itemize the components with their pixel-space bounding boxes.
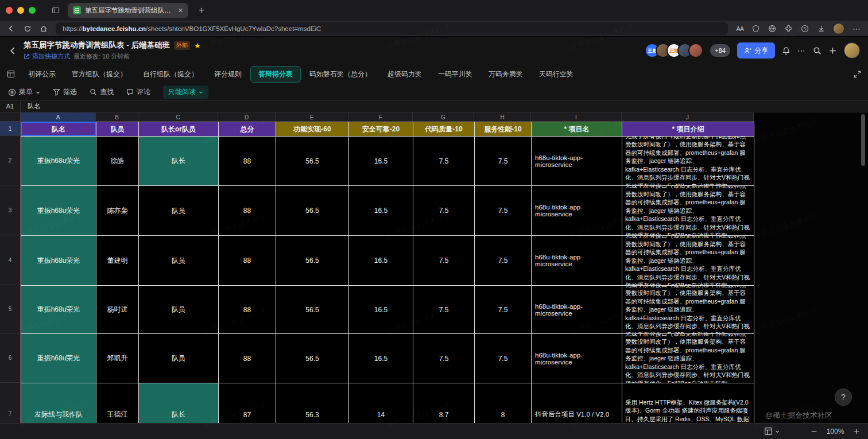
menu-button[interactable]: 菜单 <box>8 87 40 97</box>
cell-D2[interactable]: 88 <box>219 137 276 186</box>
zoom-level[interactable]: 100% <box>826 428 845 436</box>
browser-home-icon[interactable] <box>40 25 48 33</box>
cell-J2[interactable]: 完成了所有接口（最后更新的那个作品数和点赞数没时间改了），使用微服务架构、基于容… <box>622 137 754 186</box>
column-header-B[interactable]: B <box>96 112 138 122</box>
column-header-F[interactable]: F <box>348 112 413 122</box>
window-close-button[interactable] <box>6 7 13 14</box>
sheet-tab[interactable]: 自行组队（提交） <box>135 67 206 82</box>
cell-E1[interactable]: 功能实现-60 <box>276 122 349 137</box>
browser-back-icon[interactable] <box>7 24 16 33</box>
downloads-icon[interactable] <box>817 25 825 32</box>
browser-more-icon[interactable]: ⋯ <box>852 24 861 33</box>
extensions-icon[interactable] <box>785 25 792 32</box>
cell-G6[interactable]: 7.5 <box>413 334 475 383</box>
row-header-1[interactable]: 1 <box>0 122 21 136</box>
column-header-H[interactable]: H <box>474 112 531 122</box>
cell-A7[interactable]: 发际线与我作队 <box>21 383 96 423</box>
cell-F4[interactable]: 16.5 <box>349 236 413 286</box>
cell-E2[interactable]: 56.5 <box>276 137 349 186</box>
cell-I2[interactable]: h68u-tiktok-app-microservice <box>532 137 622 186</box>
sheet-tab[interactable]: 码如磐石奖（总分） <box>302 67 379 82</box>
url-input[interactable]: https://bytedance.feishu.cn/sheets/shtcn… <box>56 22 728 35</box>
vertical-scrollbar[interactable] <box>861 114 865 166</box>
cell-J5[interactable]: 完成了所有接口（最后更新的那个作品数和点赞数没时间改了），使用微服务架构、基于容… <box>622 286 754 334</box>
sheet-tab[interactable]: 超级码力奖 <box>380 67 429 82</box>
cell-E5[interactable]: 56.5 <box>276 286 349 334</box>
tab-close-icon[interactable]: ✕ <box>178 7 183 14</box>
cell-E4[interactable]: 56.5 <box>276 236 349 286</box>
comment-button[interactable]: 评论 <box>126 87 150 97</box>
cell-G7[interactable]: 8.7 <box>413 383 475 423</box>
create-new-icon[interactable] <box>828 46 837 55</box>
cell-H6[interactable]: 7.5 <box>475 334 532 383</box>
window-minimize-button[interactable] <box>17 7 24 14</box>
cell-I4[interactable]: h68u-tiktok-app-microservice <box>532 236 622 286</box>
row-header-6[interactable]: 6 <box>0 333 21 383</box>
cell-B6[interactable]: 郑凯升 <box>96 334 139 383</box>
doc-back-icon[interactable] <box>8 46 18 56</box>
cell-D3[interactable]: 88 <box>219 186 276 236</box>
cell-F2[interactable]: 16.5 <box>349 137 413 186</box>
cell-J7[interactable]: 采用 Hertz HTTP框架、Kitex 微服务架构(V2.0版本)、Gorm… <box>622 383 754 423</box>
collaborator-avatar[interactable] <box>688 43 703 58</box>
cell-C5[interactable]: 队员 <box>139 286 219 334</box>
sheet-view-switcher[interactable] <box>764 427 780 436</box>
cell-D7[interactable]: 87 <box>219 383 276 423</box>
cell-D4[interactable]: 88 <box>219 236 276 286</box>
column-header-A[interactable]: A <box>21 112 96 122</box>
row-header-2[interactable]: 2 <box>0 136 21 185</box>
sheet-tab[interactable]: 初评公示 <box>21 67 63 82</box>
window-zoom-button[interactable] <box>29 7 36 14</box>
text-size-icon[interactable]: AA <box>736 25 743 32</box>
cell-B4[interactable]: 董建明 <box>96 236 139 286</box>
name-box[interactable]: A1 <box>0 101 21 112</box>
browser-reload-icon[interactable] <box>24 25 32 33</box>
cell-B5[interactable]: 杨时进 <box>96 286 139 334</box>
cell-D5[interactable]: 88 <box>219 286 276 334</box>
browser-profile-avatar[interactable] <box>834 24 844 34</box>
cell-C2[interactable]: 队长 <box>139 137 219 186</box>
zoom-out-button[interactable] <box>811 428 817 435</box>
sheet-tab-active[interactable]: 答辩得分表 <box>250 66 301 83</box>
cell-C7[interactable]: 队长 <box>139 383 219 423</box>
cell-F5[interactable]: 16.5 <box>349 286 413 334</box>
star-icon[interactable]: ★ <box>194 41 201 50</box>
formula-input[interactable]: 队名 <box>21 102 40 111</box>
cell-I1[interactable]: * 项目名 <box>532 122 622 137</box>
cell-G2[interactable]: 7.5 <box>413 137 475 186</box>
cell-A3[interactable]: 重振h68u荣光 <box>21 186 96 236</box>
cell-B2[interactable]: 徐皓 <box>96 137 139 186</box>
cell-H4[interactable]: 7.5 <box>475 236 532 286</box>
cell-A5[interactable]: 重振h68u荣光 <box>21 286 96 334</box>
filter-button[interactable]: 筛选 <box>53 87 77 97</box>
cell-C3[interactable]: 队员 <box>139 186 219 236</box>
cell-I3[interactable]: h68u-tiktok-app-microservice <box>532 186 622 236</box>
cell-E6[interactable]: 56.5 <box>276 334 349 383</box>
new-tab-button[interactable]: + <box>199 5 204 16</box>
all-sheets-icon[interactable] <box>7 70 15 78</box>
cell-A6[interactable]: 重振h68u荣光 <box>21 334 96 383</box>
fullscreen-icon[interactable] <box>854 71 861 78</box>
zoom-in-button[interactable] <box>853 428 860 435</box>
cell-A4[interactable]: 重振h68u荣光 <box>21 236 96 286</box>
cell-F1[interactable]: 安全可靠-20 <box>349 122 413 137</box>
sheet-tab[interactable]: 官方组队（提交） <box>64 67 134 82</box>
history-icon[interactable] <box>801 25 809 33</box>
cell-G1[interactable]: 代码质量-10 <box>413 122 475 137</box>
doc-more-icon[interactable]: ⋯ <box>797 46 806 55</box>
cell-D6[interactable]: 88 <box>219 334 276 383</box>
cell-H2[interactable]: 7.5 <box>475 137 532 186</box>
cell-J6[interactable]: 完成了所有接口（最后更新的那个作品数和点赞数没时间改了），使用微服务架构、基于容… <box>622 334 754 383</box>
row-header-7[interactable]: 7 <box>0 383 21 423</box>
cell-I5[interactable]: h68u-tiktok-app-microservice <box>532 286 622 334</box>
cell-E3[interactable]: 56.5 <box>276 186 349 236</box>
cell-E7[interactable]: 56.3 <box>276 383 349 423</box>
sheet-tab[interactable]: 一码平川奖 <box>431 67 480 82</box>
readonly-mode-badge[interactable]: 只能阅读 <box>163 86 208 99</box>
browser-tab[interactable]: 第五届字节跳动青训营组队表 - ✕ <box>68 3 188 18</box>
column-header-I[interactable]: I <box>531 112 622 122</box>
cell-G3[interactable]: 7.5 <box>413 186 475 236</box>
row-header-3[interactable]: 3 <box>0 185 21 235</box>
cell-I7[interactable]: 抖音后台项目 V1.0 / V2.0 <box>532 383 622 423</box>
column-header-C[interactable]: C <box>138 112 218 122</box>
